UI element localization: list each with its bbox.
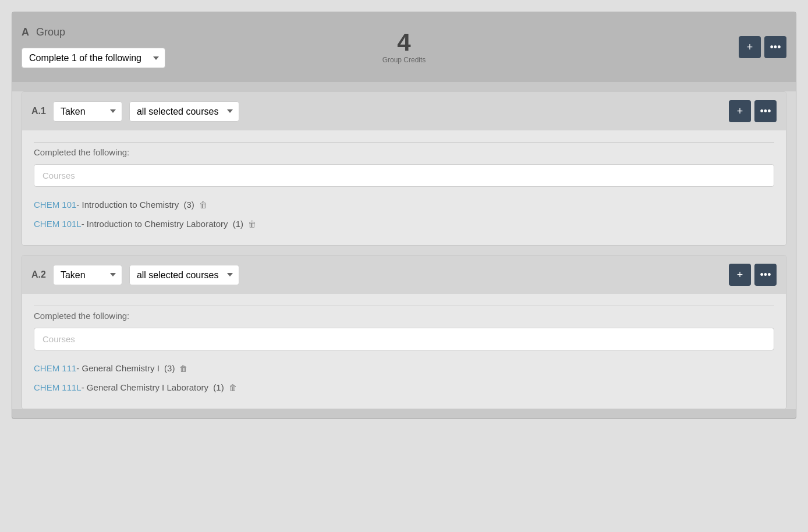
a1-more-icon: ••• bbox=[760, 105, 771, 118]
a1-add-button[interactable]: + bbox=[729, 100, 751, 122]
a1-course-chem101l: CHEM 101L - Introduction to Chemistry La… bbox=[34, 214, 774, 233]
group-title: Group bbox=[36, 26, 65, 38]
group-credits-section: 4 Group Credits bbox=[382, 30, 426, 64]
group-header: A Group Complete 1 of the following Comp… bbox=[12, 12, 796, 82]
sub-group-a1-label: A.1 bbox=[31, 106, 46, 116]
sub-group-a2-header-left: A.2 Taken Not Taken all selected courses… bbox=[31, 265, 239, 285]
a2-courses-dropdown[interactable]: all selected courses any selected course bbox=[129, 265, 239, 285]
a2-chem111-link[interactable]: CHEM 111 bbox=[34, 363, 76, 373]
plus-icon: + bbox=[747, 41, 753, 54]
sub-group-a1-header: A.1 Taken Not Taken all selected courses… bbox=[22, 92, 786, 130]
a2-more-icon: ••• bbox=[760, 269, 771, 281]
a2-chem111l-desc: - General Chemistry I Laboratory bbox=[81, 382, 208, 392]
sub-group-a2-body: Completed the following: CHEM 111 - Gene… bbox=[22, 294, 786, 409]
a2-chem111-credits: (3) bbox=[162, 363, 175, 373]
a1-chem101-desc: - Introduction to Chemistry bbox=[76, 200, 179, 210]
sub-group-a1-header-left: A.1 Taken Not Taken all selected courses… bbox=[31, 101, 239, 122]
group-header-right: + ••• bbox=[739, 36, 786, 58]
a2-taken-dropdown[interactable]: Taken Not Taken bbox=[53, 265, 122, 285]
a1-chem101l-delete-icon[interactable]: 🗑 bbox=[248, 219, 256, 229]
a2-courses-input[interactable] bbox=[34, 328, 774, 350]
a2-chem111l-credits: (1) bbox=[211, 382, 224, 392]
a2-divider bbox=[34, 306, 774, 306]
a1-taken-dropdown[interactable]: Taken Not Taken bbox=[53, 101, 122, 122]
sub-group-a2-label: A.2 bbox=[31, 269, 46, 280]
a1-plus-icon: + bbox=[737, 105, 743, 118]
a2-more-button[interactable]: ••• bbox=[754, 264, 777, 286]
a1-chem101l-link[interactable]: CHEM 101L bbox=[34, 219, 81, 229]
a1-header-right: + ••• bbox=[729, 100, 777, 122]
group-add-button[interactable]: + bbox=[739, 36, 761, 58]
a2-plus-icon: + bbox=[737, 269, 743, 281]
a1-courses-input[interactable] bbox=[34, 164, 774, 187]
a2-chem111l-delete-icon[interactable]: 🗑 bbox=[229, 383, 237, 392]
a2-header-right: + ••• bbox=[729, 264, 777, 286]
a1-more-button[interactable]: ••• bbox=[754, 100, 777, 122]
sub-group-a2: A.2 Taken Not Taken all selected courses… bbox=[22, 255, 786, 409]
content-area: A.1 Taken Not Taken all selected courses… bbox=[12, 91, 796, 409]
a1-chem101-link[interactable]: CHEM 101 bbox=[34, 200, 76, 210]
group-credits-number: 4 bbox=[382, 30, 426, 55]
group-credits-label: Group Credits bbox=[382, 56, 426, 64]
a1-chem101l-desc: - Introduction to Chemistry Laboratory bbox=[81, 219, 228, 229]
group-header-left: A Group Complete 1 of the following Comp… bbox=[22, 26, 165, 68]
group-label-row: A Group bbox=[22, 26, 65, 38]
a1-divider bbox=[34, 142, 774, 143]
a1-course-chem101: CHEM 101 - Introduction to Chemistry (3)… bbox=[34, 195, 774, 214]
main-container: A Group Complete 1 of the following Comp… bbox=[12, 12, 796, 419]
more-icon: ••• bbox=[770, 41, 781, 54]
a1-chem101-delete-icon[interactable]: 🗑 bbox=[199, 200, 207, 210]
group-letter: A bbox=[22, 26, 29, 38]
group-more-button[interactable]: ••• bbox=[764, 36, 786, 58]
a2-completed-text: Completed the following: bbox=[34, 311, 774, 321]
a2-course-chem111: CHEM 111 - General Chemistry I (3) 🗑 bbox=[34, 359, 774, 378]
a1-completed-text: Completed the following: bbox=[34, 147, 774, 157]
a2-course-chem111l: CHEM 111L - General Chemistry I Laborato… bbox=[34, 378, 774, 397]
a2-add-button[interactable]: + bbox=[729, 264, 751, 286]
sub-group-a1: A.1 Taken Not Taken all selected courses… bbox=[22, 91, 786, 246]
a1-chem101-credits: (3) bbox=[181, 200, 194, 210]
a2-chem111-desc: - General Chemistry I bbox=[76, 363, 160, 373]
a2-chem111-delete-icon[interactable]: 🗑 bbox=[179, 364, 187, 373]
a1-courses-dropdown[interactable]: all selected courses any selected course bbox=[129, 101, 239, 122]
sub-group-a1-body: Completed the following: CHEM 101 - Intr… bbox=[22, 130, 786, 245]
a2-chem111l-link[interactable]: CHEM 111L bbox=[34, 382, 81, 392]
sub-group-a2-header: A.2 Taken Not Taken all selected courses… bbox=[22, 256, 786, 294]
complete-dropdown[interactable]: Complete 1 of the following Complete all… bbox=[22, 48, 165, 68]
a1-chem101l-credits: (1) bbox=[230, 219, 243, 229]
